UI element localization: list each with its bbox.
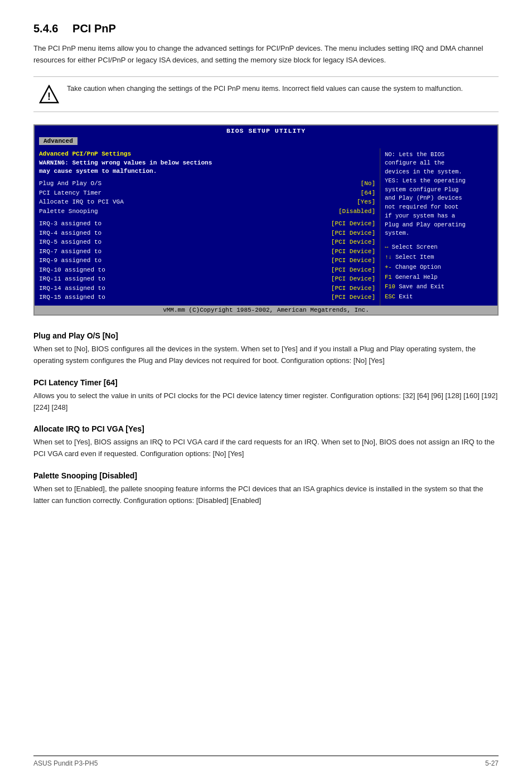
bios-field-value: [64] xyxy=(361,188,375,198)
bios-help-line: configure all the xyxy=(385,159,493,168)
subsection-title: Allocate IRQ to PCI VGA [Yes] xyxy=(33,424,499,433)
bios-irq-value: [PCI Device] xyxy=(331,284,375,293)
bios-key-symbol: F1 xyxy=(385,274,392,280)
bios-key-symbol: ESC xyxy=(385,293,395,300)
bios-irq-value: [PCI Device] xyxy=(331,229,375,238)
subsection: Palette Snooping [Disabled]When set to [… xyxy=(33,471,499,507)
bios-key-desc: Select Item xyxy=(392,254,434,260)
subsection-title: PCI Latency Timer [64] xyxy=(33,378,499,387)
bios-key-row: ↔ Select Screen xyxy=(385,243,493,253)
bios-help-line: Plug and Play operating xyxy=(385,221,493,230)
subsection-text: Allows you to select the value in units … xyxy=(33,390,499,414)
bios-help-line: NO: Lets the BIOS xyxy=(385,151,493,159)
bios-help-line: devices in the system. xyxy=(385,168,493,177)
bios-help-line: not required for boot xyxy=(385,203,493,212)
subsection-text: When set to [Enabled], the pallete snoop… xyxy=(33,483,499,507)
bios-irq-label: IRQ-15 assigned to xyxy=(39,293,128,302)
bios-key-desc: General Help xyxy=(392,274,438,280)
subsections: Plug and Play O/S [No]When set to [No], … xyxy=(33,331,499,506)
caution-icon: ! xyxy=(39,85,59,105)
bios-irq-label: IRQ-4 assigned to xyxy=(39,229,128,238)
bios-field-row: Plug And Play O/S[No] xyxy=(39,179,375,188)
section-name: PCI PnP xyxy=(72,22,116,35)
bios-irq-row: IRQ-3 assigned to[PCI Device] xyxy=(39,219,375,229)
bios-field-row: Allocate IRQ to PCI VGA[Yes] xyxy=(39,197,375,207)
bios-field-label: Allocate IRQ to PCI VGA xyxy=(39,197,128,207)
bios-irq-value: [PCI Device] xyxy=(331,274,375,284)
footer-left: ASUS Pundit P3-PH5 xyxy=(33,759,98,767)
bios-key-desc: Select Screen xyxy=(388,244,437,250)
bios-help-line: if your system has a xyxy=(385,212,493,221)
subsection: Allocate IRQ to PCI VGA [Yes]When set to… xyxy=(33,424,499,460)
bios-tab: Advanced xyxy=(39,137,78,145)
subsection-title: Palette Snooping [Disabled] xyxy=(33,471,499,480)
bios-irq-label: IRQ-14 assigned to xyxy=(39,284,128,293)
bios-irq-row: IRQ-11 assigned to[PCI Device] xyxy=(39,274,375,284)
bios-irq-row: IRQ-10 assigned to[PCI Device] xyxy=(39,265,375,275)
bios-help-line: system configure Plug xyxy=(385,186,493,195)
bios-irq-row: IRQ-7 assigned to[PCI Device] xyxy=(39,247,375,257)
caution-text: Take caution when changing the settings … xyxy=(67,84,463,94)
bios-irq-row: IRQ-14 assigned to[PCI Device] xyxy=(39,284,375,293)
caution-box: ! Take caution when changing the setting… xyxy=(33,76,499,112)
bios-key-row: ESC Exit xyxy=(385,292,493,302)
bios-irq-label: IRQ-7 assigned to xyxy=(39,247,128,257)
bios-key-row: +- Change Option xyxy=(385,263,493,273)
bios-irq-label: IRQ-10 assigned to xyxy=(39,265,128,275)
intro-paragraph: The PCI PnP menu items allow you to chan… xyxy=(33,43,499,66)
bios-irq-label: IRQ-3 assigned to xyxy=(39,219,128,229)
svg-text:!: ! xyxy=(47,91,51,102)
bios-irq-value: [PCI Device] xyxy=(331,238,375,247)
bios-key-desc: Exit xyxy=(395,293,413,300)
bios-irq-value: [PCI Device] xyxy=(331,256,375,265)
bios-key-row: F1 General Help xyxy=(385,273,493,283)
bios-warning: WARNING: Setting wrong values in below s… xyxy=(39,159,375,176)
bios-section-header: Advanced PCI/PnP Settings xyxy=(39,151,375,157)
bios-field-label: PCI Latency Timer xyxy=(39,188,128,198)
bios-help-line: system. xyxy=(385,229,493,238)
bios-irq-value: [PCI Device] xyxy=(331,265,375,275)
bios-screenshot: BIOS SETUP UTILITY Advanced Advanced PCI… xyxy=(33,124,499,316)
bios-field-label: Plug And Play O/S xyxy=(39,179,128,188)
bios-key-symbol: F10 xyxy=(385,283,395,290)
bios-key-row: ↑↓ Select Item xyxy=(385,253,493,263)
bios-irq-value: [PCI Device] xyxy=(331,293,375,302)
bios-field-label: Palette Snooping xyxy=(39,207,128,216)
bios-field-value: [Disabled] xyxy=(338,207,375,216)
bios-key-symbol: ↑↓ xyxy=(385,254,392,260)
bios-key-desc: Save and Exit xyxy=(395,283,444,290)
footer-right: 5-27 xyxy=(485,759,499,767)
bios-irq-row: IRQ-4 assigned to[PCI Device] xyxy=(39,229,375,238)
page-footer: ASUS Pundit P3-PH5 5-27 xyxy=(33,756,499,767)
subsection-title: Plug and Play O/S [No] xyxy=(33,331,499,340)
subsection: Plug and Play O/S [No]When set to [No], … xyxy=(33,331,499,367)
section-number: 5.4.6 xyxy=(33,22,58,35)
bios-help-text: NO: Lets the BIOSconfigure all thedevice… xyxy=(385,151,493,239)
bios-keys: ↔ Select Screen↑↓ Select Item+- Change O… xyxy=(385,243,493,302)
bios-fields: Plug And Play O/S[No]PCI Latency Timer[6… xyxy=(39,179,375,216)
section-title: 5.4.6 PCI PnP xyxy=(33,22,499,35)
bios-irq-value: [PCI Device] xyxy=(331,247,375,257)
bios-field-row: PCI Latency Timer[64] xyxy=(39,188,375,198)
bios-key-desc: Change Option xyxy=(392,264,441,270)
bios-title: BIOS SETUP UTILITY xyxy=(35,125,497,136)
bios-irq-value: [PCI Device] xyxy=(331,219,375,229)
subsection-text: When set to [Yes], BIOS assigns an IRQ t… xyxy=(33,437,499,460)
bios-irq-label: IRQ-5 assigned to xyxy=(39,238,128,247)
bios-irq-label: IRQ-9 assigned to xyxy=(39,256,128,265)
bios-help-line: YES: Lets the operating xyxy=(385,177,493,186)
bios-irq-row: IRQ-15 assigned to[PCI Device] xyxy=(39,293,375,302)
subsection: PCI Latency Timer [64]Allows you to sele… xyxy=(33,378,499,414)
bios-irq-label: IRQ-11 assigned to xyxy=(39,274,128,284)
bios-field-row: Palette Snooping[Disabled] xyxy=(39,207,375,216)
bios-field-value: [Yes] xyxy=(357,197,375,207)
bios-help-line: and Play (PnP) devices xyxy=(385,194,493,203)
bios-field-value: [No] xyxy=(361,179,375,188)
subsection-text: When set to [No], BIOS configures all th… xyxy=(33,343,499,367)
bios-footer: vMM.mm (C)Copyright 1985-2002, American … xyxy=(35,306,497,314)
bios-key-row: F10 Save and Exit xyxy=(385,282,493,292)
bios-irq-row: IRQ-9 assigned to[PCI Device] xyxy=(39,256,375,265)
bios-key-symbol: +- xyxy=(385,264,392,270)
bios-irq-row: IRQ-5 assigned to[PCI Device] xyxy=(39,238,375,247)
bios-irq-rows: IRQ-3 assigned to[PCI Device]IRQ-4 assig… xyxy=(39,219,375,302)
